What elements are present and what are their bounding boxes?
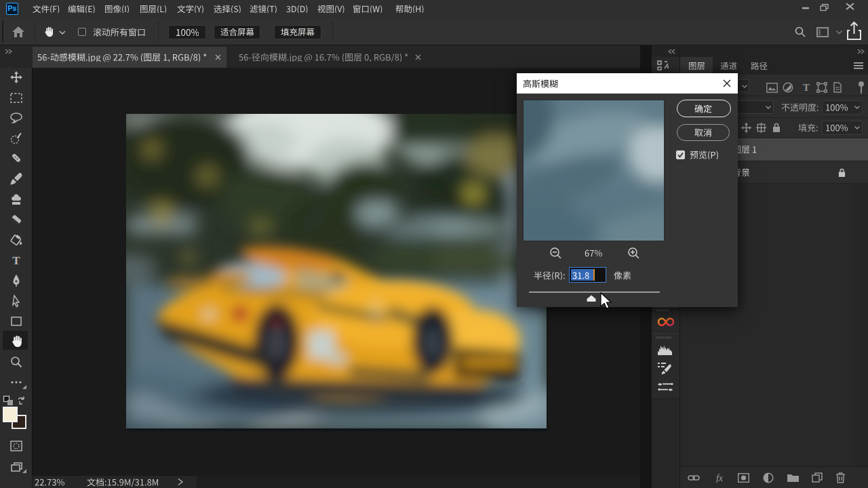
svg-text:T: T <box>803 82 810 93</box>
svg-text:T: T <box>12 254 20 267</box>
svg-text:fx: fx <box>716 473 724 483</box>
